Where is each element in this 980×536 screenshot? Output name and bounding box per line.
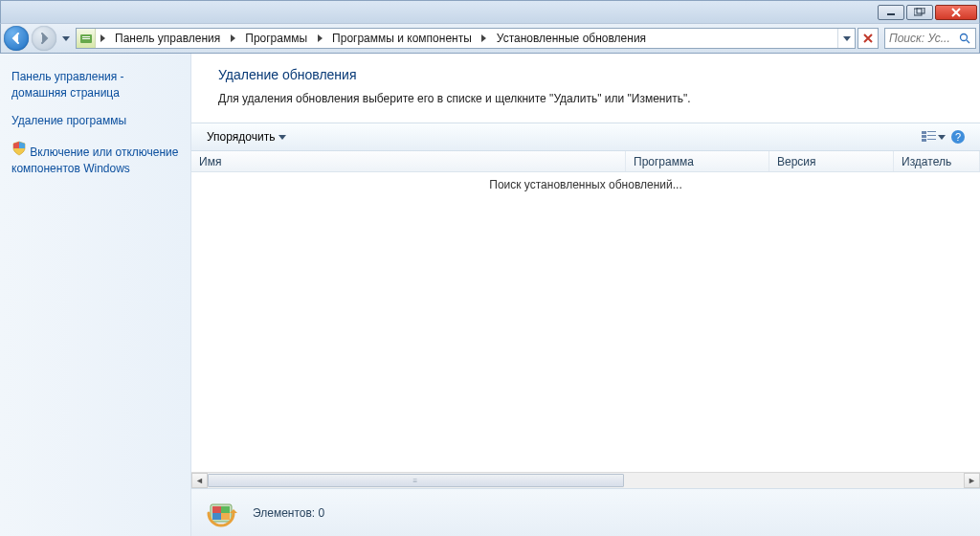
chevron-right-icon[interactable] — [313, 29, 326, 48]
chevron-down-icon — [278, 135, 286, 140]
organize-menu[interactable]: Упорядочить — [201, 128, 292, 145]
svg-point-6 — [961, 34, 968, 41]
list-body: Поиск установленных обновлений... — [191, 172, 980, 472]
chevron-right-icon[interactable] — [226, 29, 239, 48]
forward-button[interactable] — [32, 26, 56, 51]
svg-rect-5 — [82, 38, 90, 39]
column-header-name[interactable]: Имя — [191, 151, 626, 171]
svg-rect-0 — [887, 13, 895, 15]
horizontal-scrollbar[interactable]: ◄ ≡ ► — [191, 472, 980, 488]
chevron-right-icon[interactable] — [478, 29, 491, 48]
svg-rect-1 — [914, 9, 922, 15]
minimize-button[interactable] — [878, 5, 904, 20]
address-bar[interactable]: Панель управления Программы Программы и … — [76, 28, 856, 49]
organize-label: Упорядочить — [207, 130, 275, 144]
column-header-program[interactable]: Программа — [626, 151, 769, 171]
search-input[interactable] — [889, 32, 958, 45]
sidebar: Панель управления - домашняя страница Уд… — [0, 54, 191, 536]
svg-rect-18 — [221, 506, 230, 513]
scroll-right-button[interactable]: ► — [964, 473, 980, 488]
searching-message: Поиск установленных обновлений... — [191, 172, 980, 191]
svg-line-7 — [967, 40, 969, 43]
search-box[interactable] — [884, 28, 976, 49]
shield-icon — [11, 145, 30, 159]
navigation-row: Панель управления Программы Программы и … — [0, 23, 980, 54]
page-title: Удаление обновления — [218, 67, 961, 82]
sidebar-link-windows-features[interactable]: Включение или отключение компонентов Win… — [11, 141, 179, 177]
svg-rect-12 — [922, 139, 926, 142]
column-header-version[interactable]: Версия — [769, 151, 894, 171]
updates-icon — [205, 497, 237, 529]
breadcrumb-seg-0[interactable]: Панель управления — [109, 29, 226, 48]
window-titlebar — [0, 0, 980, 23]
sidebar-link-uninstall[interactable]: Удаление программы — [11, 113, 179, 129]
content-toolbar: Упорядочить ? — [191, 123, 980, 151]
svg-rect-17 — [212, 506, 221, 513]
sidebar-link-label: Панель управления - — [11, 70, 124, 83]
status-count: Элементов: 0 — [253, 506, 324, 520]
svg-rect-13 — [927, 139, 936, 140]
location-icon — [77, 29, 96, 48]
svg-rect-11 — [927, 135, 936, 136]
address-dropdown[interactable] — [837, 29, 855, 48]
window-body: Панель управления - домашняя страница Уд… — [0, 54, 980, 536]
sidebar-link-home[interactable]: Панель управления - домашняя страница — [11, 69, 179, 101]
content-area: Удаление обновления Для удаления обновле… — [191, 54, 980, 536]
view-options-button[interactable] — [921, 126, 946, 147]
back-button[interactable] — [4, 26, 29, 51]
stop-refresh-button[interactable] — [858, 28, 879, 49]
breadcrumb-seg-3[interactable]: Установленные обновления — [491, 29, 652, 48]
nav-history-dropdown[interactable] — [59, 29, 73, 48]
svg-rect-19 — [212, 513, 221, 520]
chevron-down-icon — [62, 36, 70, 41]
scroll-thumb[interactable]: ≡ — [208, 474, 624, 487]
svg-rect-8 — [922, 131, 926, 134]
help-button[interactable]: ? — [946, 126, 970, 147]
chevron-down-icon — [843, 36, 851, 41]
svg-text:?: ? — [955, 131, 961, 143]
sidebar-link-label: домашняя страница — [11, 86, 120, 100]
scroll-left-button[interactable]: ◄ — [191, 473, 208, 488]
svg-rect-9 — [927, 131, 936, 132]
breadcrumb-seg-1[interactable]: Программы — [239, 29, 313, 48]
scroll-track[interactable]: ≡ — [208, 473, 964, 488]
chevron-down-icon — [938, 135, 946, 140]
search-icon — [958, 33, 971, 44]
sidebar-link-label: Включение или отключение компонентов Win… — [11, 145, 178, 175]
list-header: Имя Программа Версия Издатель — [191, 151, 980, 172]
svg-rect-10 — [922, 135, 926, 138]
close-button[interactable] — [935, 5, 977, 20]
status-bar: Элементов: 0 — [191, 488, 980, 536]
maximize-button[interactable] — [906, 5, 933, 20]
chevron-right-icon[interactable] — [96, 29, 109, 48]
svg-rect-4 — [82, 36, 90, 37]
svg-rect-20 — [221, 513, 230, 520]
column-header-publisher[interactable]: Издатель — [894, 151, 980, 171]
page-description: Для удаления обновления выберите его в с… — [218, 92, 961, 105]
breadcrumb-seg-2[interactable]: Программы и компоненты — [326, 29, 478, 48]
